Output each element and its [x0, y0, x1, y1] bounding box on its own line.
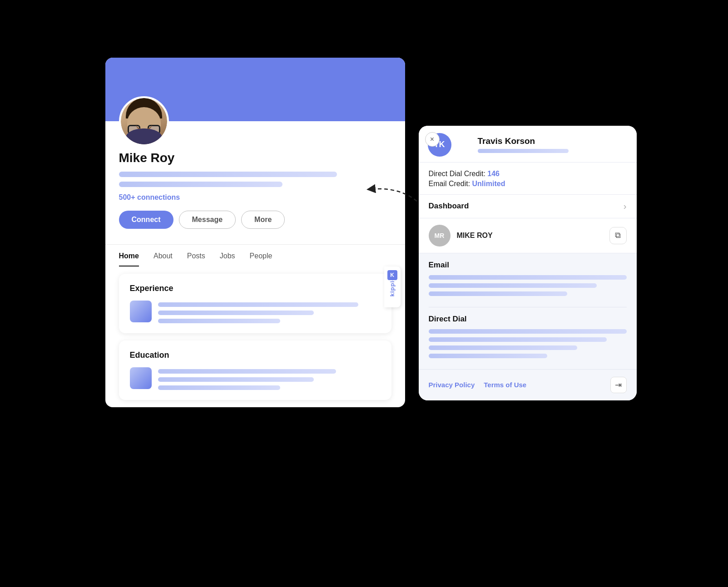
dial-bar-1 — [429, 329, 627, 334]
direct-dial-label: Direct Dial Credit: — [429, 170, 485, 178]
dashboard-label: Dashboard — [429, 202, 469, 211]
profile-bar-2 — [119, 182, 282, 187]
experience-item — [130, 301, 381, 323]
dashboard-row[interactable]: Dashboard › — [419, 195, 637, 218]
avatar-face — [121, 98, 167, 144]
tab-jobs[interactable]: Jobs — [220, 245, 235, 266]
panel-footer: Privacy Policy Terms of Use ⇥ — [419, 369, 637, 400]
user-name: Travis Korson — [478, 136, 628, 146]
direct-dial-value: 146 — [487, 170, 500, 178]
direct-dial-section: Direct Dial — [419, 307, 637, 369]
profile-nav: Home About Posts Jobs People — [105, 244, 405, 266]
dial-bar-4 — [429, 354, 548, 358]
exp-bar-1 — [158, 302, 358, 307]
dial-bar-2 — [429, 337, 607, 342]
kippio-tab[interactable]: K kippio — [384, 266, 401, 307]
tab-about[interactable]: About — [154, 245, 173, 266]
email-credit-label: Email Credit: — [429, 180, 470, 187]
kippio-label: kippio — [389, 276, 396, 296]
direct-dial-credit: Direct Dial Credit: 146 — [429, 170, 627, 178]
experience-title: Experience — [130, 284, 381, 293]
experience-icon — [130, 301, 152, 322]
profile-bar-1 — [119, 172, 337, 177]
logout-button[interactable]: ⇥ — [610, 377, 627, 393]
email-bar-1 — [429, 275, 627, 280]
education-title: Education — [130, 350, 381, 360]
tab-posts[interactable]: Posts — [187, 245, 205, 266]
exp-bar-3 — [158, 319, 281, 323]
education-bars — [158, 367, 381, 390]
email-bar-3 — [429, 291, 567, 296]
profile-card: Mike Roy 500+ connections Connect Messag… — [105, 58, 405, 407]
email-section-title: Email — [429, 261, 627, 270]
copy-button[interactable]: ⧉ — [609, 227, 627, 244]
close-button[interactable]: × — [425, 132, 440, 147]
chevron-icon: › — [624, 201, 627, 212]
education-item — [130, 367, 381, 390]
edu-bar-1 — [158, 369, 336, 374]
panel-header-inner: Travis Korson — [478, 136, 628, 153]
education-icon — [130, 367, 152, 389]
avatar — [119, 96, 169, 146]
credits-row: Direct Dial Credit: 146 Email Credit: Un… — [419, 163, 637, 195]
more-button[interactable]: More — [241, 211, 285, 229]
education-section: Education — [119, 340, 391, 400]
email-bar-2 — [429, 283, 597, 288]
profile-banner — [105, 58, 405, 121]
edu-bar-2 — [158, 377, 314, 382]
user-bar — [478, 149, 569, 153]
experience-bars — [158, 301, 381, 323]
exp-bar-2 — [158, 311, 314, 315]
kippio-panel: × TK Travis Korson Direct Dial Credit: 1… — [419, 126, 637, 400]
body — [126, 128, 162, 144]
email-section: Email — [419, 253, 637, 307]
tab-home[interactable]: Home — [119, 245, 139, 266]
email-credit: Email Credit: Unlimited — [429, 180, 627, 188]
privacy-policy-link[interactable]: Privacy Policy — [429, 381, 475, 389]
dial-bar-3 — [429, 345, 577, 350]
experience-section: Experience — [119, 274, 391, 333]
person-name: MIKE ROY — [457, 232, 603, 240]
person-avatar: MR — [429, 225, 451, 247]
terms-of-use-link[interactable]: Terms of Use — [484, 381, 526, 389]
edu-bar-3 — [158, 385, 281, 390]
panel-header: × TK Travis Korson — [419, 126, 637, 163]
profile-name: Mike Roy — [119, 151, 391, 165]
direct-dial-section-title: Direct Dial — [429, 315, 627, 324]
email-credit-value: Unlimited — [472, 180, 505, 187]
message-button[interactable]: Message — [179, 211, 236, 229]
connect-button[interactable]: Connect — [119, 211, 173, 229]
person-row: MR MIKE ROY ⧉ — [419, 218, 637, 253]
tab-people[interactable]: People — [250, 245, 272, 266]
